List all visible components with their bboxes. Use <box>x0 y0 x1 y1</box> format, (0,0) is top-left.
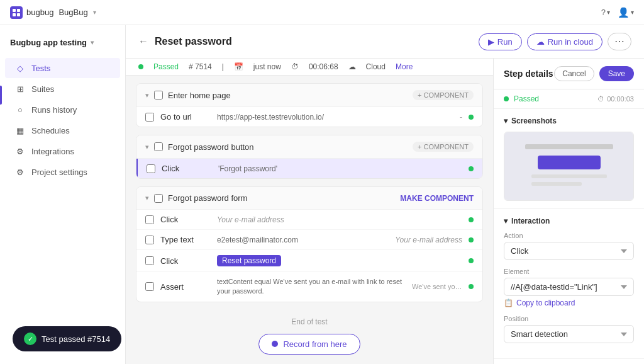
calendar-icon: ▦ <box>15 125 25 135</box>
settings-icon: ⚙ <box>15 167 25 177</box>
project-dropdown-chevron-icon: ▾ <box>91 39 94 46</box>
group-collapse-icon-2[interactable]: ▾ <box>145 143 149 151</box>
step-checkbox-click-email[interactable] <box>145 215 154 224</box>
help-icon: ? <box>601 8 606 17</box>
user-button[interactable]: 👤 ▾ <box>618 7 634 18</box>
sidebar-item-schedules[interactable]: ▦ Schedules <box>5 120 120 140</box>
run-icon: ▶ <box>488 37 494 47</box>
record-from-here-button[interactable]: Record from here <box>258 334 360 355</box>
copy-label: Copy to clipboard <box>516 299 575 307</box>
sidebar-project[interactable]: Bugbug app testing ▾ <box>0 33 125 52</box>
run-more-button[interactable]: More <box>396 62 413 71</box>
sidebar-item-runs-label: Runs history <box>31 105 77 115</box>
run-button-label: Run <box>497 37 513 47</box>
app-layout: Bugbug app testing ▾ ◇ Tests ⊞ Suites ○ … <box>0 25 644 364</box>
run-button[interactable]: ▶ Run <box>479 33 522 50</box>
svg-rect-7 <box>531 174 607 178</box>
step-row-go-to-url[interactable]: Go to url https://app-test.testrevolutio… <box>136 107 482 127</box>
sidebar-project-label: Bugbug app testing <box>10 38 87 47</box>
sidebar-item-runs-history[interactable]: ○ Runs history <box>5 100 120 120</box>
step-checkbox-type-text[interactable] <box>145 236 154 244</box>
run-time: just now <box>253 62 281 71</box>
back-button[interactable]: ← <box>138 36 148 47</box>
timer-icon: ⏱ <box>291 62 299 71</box>
run-duration: 00:06:68 <box>309 62 338 71</box>
interaction-label: Interaction <box>511 217 550 225</box>
svg-rect-1 <box>17 9 20 12</box>
clock-icon: ○ <box>15 105 25 115</box>
step-group-header-form: ▾ Forgot password form MAKE COMPONENT <box>136 187 482 210</box>
cancel-button[interactable]: Cancel <box>554 66 594 81</box>
sidebar-item-integrations[interactable]: ⚙ Integrations <box>5 141 120 161</box>
step-name-assert: Assert <box>160 282 211 292</box>
step-name-go-to-url: Go to url <box>160 112 211 122</box>
status-dot-icon <box>138 64 143 69</box>
step-row-click-reset[interactable]: Click Reset password <box>136 250 482 272</box>
panel-duration: ⏱ 00:00:03 <box>597 95 634 103</box>
step-group-header-enter-home-page: ▾ Enter home page + COMPONENT <box>136 84 482 107</box>
step-row-assert[interactable]: Assert textContent equal We've sent you … <box>136 272 482 302</box>
step-checkbox-go-to-url[interactable] <box>145 113 154 122</box>
step-row-type-text[interactable]: Type text e2etest@mailinator.com Your e-… <box>136 230 482 250</box>
sidebar-item-suites[interactable]: ⊞ Suites <box>5 79 120 99</box>
step-group-header-forgot-password: ▾ Forgot password button + COMPONENT <box>136 135 482 159</box>
step-status-click-email <box>469 217 474 222</box>
step-status-assert <box>469 284 474 289</box>
user-icon: 👤 <box>618 7 630 18</box>
group-collapse-icon-3[interactable]: ▾ <box>145 194 149 202</box>
component-badge-1: + COMPONENT <box>413 142 474 152</box>
step-checkbox-assert[interactable] <box>145 282 154 291</box>
step-status-go-to-url <box>469 115 474 120</box>
more-options-button[interactable]: ⋯ <box>608 33 631 50</box>
toast-label: Test passed #7514 <box>42 334 110 344</box>
step-name-type-text: Type text <box>160 235 211 244</box>
position-form-group: Position Smart detection <box>504 315 634 343</box>
project-dropdown[interactable]: BugBug <box>58 8 87 17</box>
cloud-icon: ☁ <box>536 37 545 47</box>
run-status: Passed <box>153 62 179 71</box>
element-select[interactable]: //A[@data-testid="Link"] <box>504 278 634 296</box>
record-from-here-label: Record from here <box>283 339 347 349</box>
step-detail-type-text: e2etest@mailinator.com <box>217 236 386 244</box>
interaction-header[interactable]: ▾ Interaction <box>504 217 634 225</box>
help-button[interactable]: ? ▾ <box>601 8 610 17</box>
element-label: Element <box>504 268 634 275</box>
save-button[interactable]: Save <box>599 66 634 81</box>
position-select[interactable]: Smart detection <box>504 325 634 343</box>
nav-left: bugbug BugBug ▾ <box>10 6 96 19</box>
group-checkbox-forgot-password[interactable] <box>154 142 163 151</box>
make-component-button[interactable]: MAKE COMPONENT <box>400 194 474 203</box>
step-detail2-go-to-url: - <box>460 113 462 122</box>
step-status-click-reset <box>469 258 474 263</box>
panel-status-label: Passed <box>514 94 539 103</box>
step-status-type-text <box>469 237 474 242</box>
step-detail-reset-highlight: Reset password <box>217 255 281 266</box>
svg-rect-8 <box>531 182 582 186</box>
copy-to-clipboard-button[interactable]: 📋 Copy to clipboard <box>504 299 575 307</box>
top-nav: bugbug BugBug ▾ ? ▾ 👤 ▾ <box>0 0 644 25</box>
group-collapse-icon[interactable]: ▾ <box>145 91 149 100</box>
screenshots-header[interactable]: ▾ Screenshots <box>504 117 634 125</box>
step-detail2-assert: We've sent you an e-mail passw... <box>412 283 462 290</box>
step-status-click-forgot <box>469 166 474 171</box>
step-checkbox-click-forgot[interactable] <box>147 164 155 173</box>
logo[interactable]: bugbug <box>10 6 53 19</box>
action-select[interactable]: Click <box>504 242 634 260</box>
run-in-cloud-label: Run in cloud <box>548 37 593 47</box>
screenshots-section: ▾ Screenshots <box>494 109 644 209</box>
nav-right: ? ▾ 👤 ▾ <box>601 7 634 18</box>
sidebar-item-tests[interactable]: ◇ Tests <box>5 58 120 78</box>
step-row-click-forgot[interactable]: Click 'Forgot password' <box>136 159 482 178</box>
execution-section: ▾ Execution <box>494 359 644 364</box>
step-name-click-forgot: Click <box>162 164 212 173</box>
logo-icon <box>10 6 23 19</box>
right-panel: Step details Cancel Save Passed ⏱ 00:00:… <box>493 59 644 364</box>
group-checkbox-form[interactable] <box>154 194 163 203</box>
step-row-click-email[interactable]: Click Your e-mail address <box>136 210 482 230</box>
test-header-actions: ▶ Run ☁ Run in cloud ⋯ <box>479 33 631 50</box>
step-checkbox-click-reset[interactable] <box>145 256 154 265</box>
run-in-cloud-button[interactable]: ☁ Run in cloud <box>527 33 602 50</box>
interaction-section: ▾ Interaction Action Click Element //A[@… <box>494 209 644 359</box>
sidebar-item-project-settings[interactable]: ⚙ Project settings <box>5 162 120 182</box>
group-checkbox-enter-home-page[interactable] <box>154 91 163 100</box>
